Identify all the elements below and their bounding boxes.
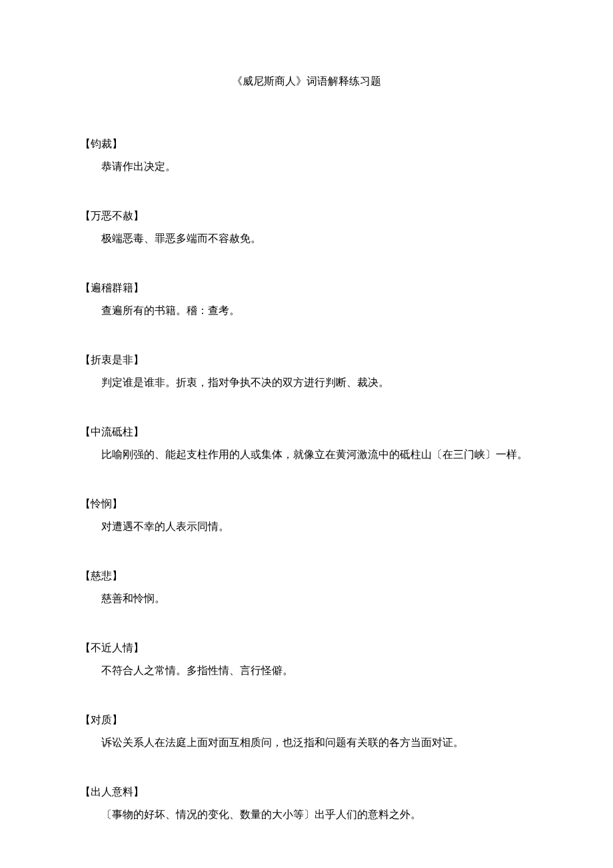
definition-text: 查遍所有的书籍。稽：查考。 — [80, 301, 533, 320]
document-title: 《威尼斯商人》词语解释练习题 — [80, 73, 533, 89]
vocabulary-entry: 【钧裁】恭请作出决定。 — [80, 136, 533, 176]
term-label: 【不近人情】 — [80, 640, 533, 656]
definition-text: 恭请作出决定。 — [80, 157, 533, 176]
term-label: 【钧裁】 — [80, 136, 533, 152]
term-label: 【出人意料】 — [80, 784, 533, 800]
definition-text: 极端恶毒、罪恶多端而不容赦免。 — [80, 229, 533, 248]
term-label: 【遍稽群籍】 — [80, 280, 533, 296]
term-label: 【怜悯】 — [80, 496, 533, 512]
vocabulary-entry: 【出人意料】〔事物的好坏、情况的变化、数量的大小等〕出乎人们的意料之外。 — [80, 784, 533, 824]
vocabulary-entry: 【中流砥柱】比喻刚强的、能起支柱作用的人或集体，就像立在黄河激流中的砥柱山〔在三… — [80, 424, 533, 464]
term-label: 【慈悲】 — [80, 568, 533, 584]
definition-text: 〔事物的好坏、情况的变化、数量的大小等〕出乎人们的意料之外。 — [80, 805, 533, 824]
vocabulary-entry: 【遍稽群籍】查遍所有的书籍。稽：查考。 — [80, 280, 533, 320]
vocabulary-entry: 【慈悲】慈善和怜悯。 — [80, 568, 533, 608]
definition-text: 比喻刚强的、能起支柱作用的人或集体，就像立在黄河激流中的砥柱山〔在三门峡〕一样。 — [80, 445, 533, 464]
term-label: 【中流砥柱】 — [80, 424, 533, 440]
definition-text: 诉讼关系人在法庭上面对面互相质问，也泛指和问题有关联的各方当面对证。 — [80, 733, 533, 752]
definition-text: 判定谁是谁非。折衷，指对争执不决的双方进行判断、裁决。 — [80, 373, 533, 392]
vocabulary-entry: 【怜悯】对遭遇不幸的人表示同情。 — [80, 496, 533, 536]
vocabulary-entry: 【万恶不赦】极端恶毒、罪恶多端而不容赦免。 — [80, 208, 533, 248]
term-label: 【对质】 — [80, 712, 533, 728]
vocabulary-entry: 【折衷是非】判定谁是谁非。折衷，指对争执不决的双方进行判断、裁决。 — [80, 352, 533, 392]
vocabulary-entry: 【对质】诉讼关系人在法庭上面对面互相质问，也泛指和问题有关联的各方当面对证。 — [80, 712, 533, 752]
definition-text: 对遭遇不幸的人表示同情。 — [80, 517, 533, 536]
term-label: 【万恶不赦】 — [80, 208, 533, 224]
term-label: 【折衷是非】 — [80, 352, 533, 368]
entries-list: 【钧裁】恭请作出决定。【万恶不赦】极端恶毒、罪恶多端而不容赦免。【遍稽群籍】查遍… — [80, 136, 533, 824]
definition-text: 不符合人之常情。多指性情、言行怪僻。 — [80, 661, 533, 680]
definition-text: 慈善和怜悯。 — [80, 589, 533, 608]
vocabulary-entry: 【不近人情】不符合人之常情。多指性情、言行怪僻。 — [80, 640, 533, 680]
